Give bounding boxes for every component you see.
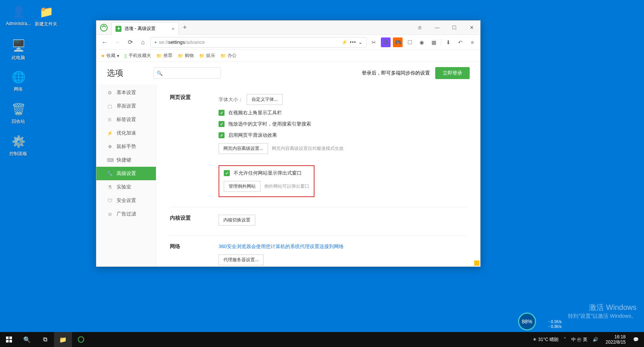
flash-icon[interactable]: ⚡ [341,39,347,45]
icon-label: 回收站 [4,118,32,125]
gear-icon: ⚙ [107,90,113,96]
sidebar-item-adblock[interactable]: ⊘广告过滤 [96,207,156,221]
chevron-down-icon[interactable]: ⌄ [358,39,362,45]
taskbar-explorer[interactable]: 📁 [54,332,72,347]
address-bar: ← → ⟳ ⌂ ● se://settings/advance ⚡ ••• ⌄ … [96,35,480,50]
svg-rect-3 [6,340,9,343]
desktop-icon-network[interactable]: 🌐网络 [4,69,32,93]
forward-button[interactable]: → [112,37,123,48]
popup-block-highlight: ✓不允许任何网站显示弹出式窗口 管理例外网站 例外网站可以弹出窗口 [219,165,315,197]
checkbox-block-popup[interactable]: ✓ [224,170,230,176]
desktop-icon-newfolder[interactable]: 📁新建文件夹 [32,4,60,27]
tab-close-button[interactable]: × [172,26,175,32]
home-button[interactable]: ⌂ [138,37,148,48]
bolt-icon: ⚡ [107,130,113,136]
network-icon: 🌐 [10,69,26,85]
close-button[interactable]: ✕ [463,21,480,34]
sidebar-item-lab[interactable]: ⚗实验室 [96,180,156,194]
weather-tool-icon[interactable]: ◉ [417,37,427,47]
svg-rect-1 [6,337,9,339]
sidebar-item-advanced[interactable]: 🔧高级设置 [96,167,156,180]
webpage-advanced-hint: 网页内容高级设置仅对极速模式生效 [272,145,344,152]
desktop-icon-admin[interactable]: 👤Administra... [4,4,32,26]
section-network: 网络 360安全浏览器会使用您计算机的系统代理设置连接到网络 代理服务器设置..… [170,236,467,266]
sidebar-item-tabs[interactable]: ⎘标签设置 [96,113,156,126]
desktop-icon-thispc[interactable]: 🖥️此电脑 [4,37,32,61]
reload-button[interactable]: ⟳ [125,37,135,48]
taskview-button[interactable]: ⧉ [36,332,54,347]
network-usage-badge[interactable]: 88% [518,313,536,331]
minimize-button[interactable]: — [428,21,446,34]
mouse-icon: ✥ [107,144,113,150]
download-icon[interactable]: ⬇ [443,37,453,47]
bookmark-folder-shop[interactable]: 购物 [178,52,194,59]
start-button[interactable] [0,332,18,347]
shield-icon: 🛡 [107,198,113,203]
maximize-button[interactable]: ☐ [446,21,463,34]
icon-label: 控制面板 [4,151,32,157]
network-speed: 0.1K/s 0.3K/s [548,319,562,329]
icon-label: 此电脑 [4,55,32,61]
desktop-icon-recycle[interactable]: 🗑️回收站 [4,101,32,125]
checkbox-smooth-scroll[interactable]: ✓ [219,132,225,138]
tray-notifications-icon[interactable]: 💬 [632,337,640,342]
section-title: 网页设置 [170,94,219,197]
bookmark-folder-work[interactable]: 办公 [220,52,237,59]
checkbox-video-toolbar[interactable]: ✓ [219,110,225,116]
icon-label: 网络 [4,86,32,93]
sidebar-item-shortcut[interactable]: ⌨快捷键 [96,153,156,167]
extension-icon[interactable]: ⎚ [411,21,428,34]
url-input[interactable]: ● se://settings/advance ⚡ ••• ⌄ [150,37,367,48]
kernel-switch-button[interactable]: 内核切换设置 [219,215,255,226]
back-button[interactable]: ← [99,37,110,48]
settings-favicon: ✦ [115,26,121,32]
more-icon[interactable]: ••• [350,39,356,45]
tray-weather[interactable]: ☀ 31°C 晴朗 [531,337,560,343]
keyboard-icon: ⌨ [107,157,113,163]
game-icon[interactable]: 🎮 [393,37,403,47]
new-tab-button[interactable]: + [179,21,191,34]
tab-icon: ⎘ [107,117,113,123]
font-size-label: 字体大小： [219,96,243,103]
phone-bookmarks[interactable]: ▯手机收藏夹 [124,52,151,59]
flask-icon: ⚗ [107,184,113,190]
sidebar-item-basic[interactable]: ⚙基本设置 [96,86,156,99]
layout-icon: ▢ [107,103,113,109]
tray-ime[interactable]: 中 ㊥ 英 [570,337,589,343]
settings-header: 选项 🔍 登录后，即可多端同步你的设置 立即登录 [96,62,480,84]
bookmark-icon[interactable]: ☐ [405,37,415,47]
webpage-advanced-button[interactable]: 网页内容高级设置... [219,143,268,154]
menu-icon[interactable]: ≡ [467,37,477,47]
wrench-icon: 🔧 [107,171,113,176]
bookmarks-bar: ★收藏 ▾ ▯手机收藏夹 推荐 购物 娱乐 办公 [96,50,480,62]
lock-icon: ● [154,40,157,44]
manage-exceptions-button[interactable]: 管理例外网站 [224,181,261,192]
scissors-icon[interactable]: ✂ [369,37,379,47]
proxy-settings-button[interactable]: 代理服务器设置... [219,254,264,265]
undo-icon[interactable]: ↶ [455,37,465,47]
search-button[interactable]: 🔍 [18,332,36,347]
tray-chevron[interactable]: ˄ [562,337,568,342]
tab-active[interactable]: ✦ 选项 - 高级设置 × [111,22,179,35]
apps-icon[interactable]: ▦ [429,37,439,47]
settings-search-input[interactable]: 🔍 [153,67,221,79]
taskbar-360browser[interactable] [72,332,90,347]
tray-volume-icon[interactable]: 🔊 [591,337,600,342]
translate-icon[interactable]: 译 [381,37,391,47]
tray-clock[interactable]: 16:18 2022/8/15 [602,334,629,345]
tab-title: 选项 - 高级设置 [124,25,156,32]
sidebar-item-optimize[interactable]: ⚡优化加速 [96,126,156,140]
custom-font-button[interactable]: 自定义字体... [247,94,283,105]
scrollbar-corner[interactable] [474,260,479,266]
favorites-button[interactable]: ★收藏 ▾ [101,52,119,59]
sidebar-item-ui[interactable]: ▢界面设置 [96,99,156,113]
bookmark-folder-rec[interactable]: 推荐 [156,52,172,59]
sidebar-item-mouse[interactable]: ✥鼠标手势 [96,140,156,153]
checkbox-drag-search[interactable]: ✓ [219,121,225,127]
desktop-icon-controlpanel[interactable]: ⚙️控制面板 [4,133,32,157]
login-button[interactable]: 立即登录 [435,67,470,79]
sidebar-item-security[interactable]: 🛡安全设置 [96,194,156,207]
icon-label: Administra... [4,21,32,26]
bookmark-folder-ent[interactable]: 娱乐 [199,52,215,59]
section-title: 网络 [170,243,219,266]
